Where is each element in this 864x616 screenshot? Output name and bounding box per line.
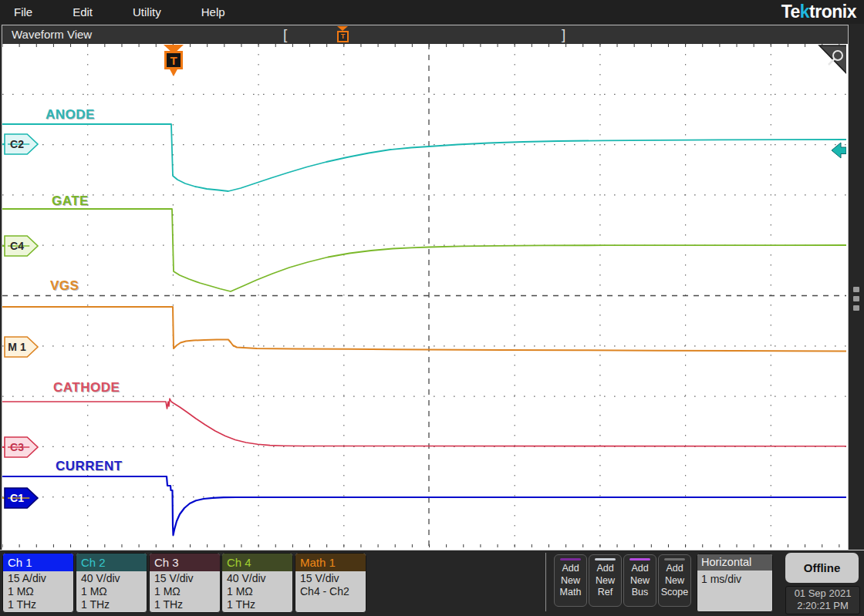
add-button-label: Add [589, 563, 621, 575]
settings-bar: Ch 115 A/div1 MΩ1 THzCh 240 V/div1 MΩ1 T… [0, 550, 864, 616]
menu-item-file[interactable]: File [0, 0, 52, 24]
channel-setting-value: 15 V/div [150, 572, 220, 585]
horizontal-settings-card[interactable]: Horizontal 1 ms/div [697, 554, 773, 612]
settings-bar-separator [545, 553, 546, 611]
panel-drag-handle-dot[interactable] [853, 287, 859, 292]
waveform-canvas: TC2C4M 1C3C1 [2, 44, 846, 548]
channel-card-title: Ch 3 [150, 554, 220, 571]
channel-card-title: Math 1 [295, 554, 366, 571]
channel-badge-c1[interactable]: C1 [2, 488, 38, 508]
trigger-position-letter: T [337, 31, 349, 42]
channel-setting-value: Ch4 - Ch2 [295, 585, 366, 598]
channel-setting-value: 1 THz [150, 598, 220, 611]
add-button-label: Ref [589, 587, 621, 599]
channel-setting-value: 1 MΩ [76, 585, 147, 598]
datetime-display[interactable]: 01 Sep 2021 2:20:21 PM [785, 586, 860, 614]
channel-card-title: Ch 4 [222, 554, 292, 571]
channel-setting-value: 1 MΩ [3, 585, 73, 598]
channel-badge-m1[interactable]: M 1 [5, 337, 38, 357]
add-button-label: Add [624, 563, 656, 575]
add-button-label: Add [555, 563, 586, 575]
channel-setting-value: 40 V/div [222, 572, 292, 585]
channel-setting-value: 15 A/div [3, 572, 73, 585]
channel-setting-value: 1 MΩ [150, 585, 220, 598]
trace-cathode [2, 399, 846, 446]
add-new-ref-stripe [595, 558, 616, 560]
add-new-ref-button[interactable]: AddNewRef [589, 554, 622, 607]
channel-card-ch2[interactable]: Ch 240 V/div1 MΩ1 THz [76, 553, 147, 613]
add-button-label: Add [659, 563, 690, 575]
trigger-position-icon[interactable]: T [336, 26, 349, 43]
zoom-bracket-right: ] [562, 26, 565, 43]
trace-position-arrow[interactable] [832, 143, 846, 158]
channel-setting-value: 1 THz [3, 598, 73, 611]
tektronix-logo: Tektronix [781, 2, 856, 22]
menu-item-help[interactable]: Help [181, 0, 245, 24]
add-button-label: Math [555, 587, 586, 599]
trace-label-cathode: CATHODE [53, 380, 120, 396]
add-new-scope-stripe [664, 558, 685, 560]
add-button-label: New [659, 575, 690, 587]
offline-button[interactable]: Offline [785, 553, 859, 583]
trace-vgs [2, 307, 846, 352]
channel-card-title: Ch 1 [3, 554, 73, 571]
waveform-plot-area[interactable]: TC2C4M 1C3C1 ANODEGATEVGSCATHODECURRENT [2, 44, 846, 548]
channel-badge-c4[interactable]: C4 [2, 236, 38, 256]
menu-bar: FileEditUtilityHelp Tektronix [0, 0, 864, 24]
zoom-bracket-left: [ [283, 26, 287, 43]
add-new-math-stripe [560, 558, 581, 560]
trace-label-gate: GATE [52, 194, 89, 209]
channel-setting-value: 40 V/div [76, 572, 147, 585]
add-new-math-button[interactable]: AddNewMath [554, 554, 587, 607]
horizontal-card-title: Horizontal [697, 554, 772, 571]
menu-item-edit[interactable]: Edit [52, 0, 113, 24]
channel-badge-c2[interactable]: C2 [2, 134, 38, 154]
waveform-view-frame: Waveform View [ ] T TC2C4M 1C3C1 ANODEGA… [2, 25, 849, 550]
channel-card-title: Ch 2 [76, 554, 147, 571]
svg-text:T: T [170, 54, 177, 67]
channel-card-math1[interactable]: Math 115 V/divCh4 - Ch2 [295, 553, 366, 613]
channel-badge-c3[interactable]: C3 [2, 437, 38, 457]
zoom-magnifier-button[interactable] [819, 45, 846, 75]
time-text: 2:20:21 PM [786, 600, 859, 612]
trace-current [2, 476, 846, 535]
channel-setting-value: 1 THz [76, 598, 147, 611]
date-text: 01 Sep 2021 [786, 587, 859, 600]
waveform-view-title: Waveform View [2, 25, 848, 44]
svg-text:C2: C2 [10, 138, 24, 150]
trace-anode [2, 124, 846, 191]
horizontal-scale-value: 1 ms/div [697, 571, 772, 587]
svg-text:M 1: M 1 [8, 341, 26, 353]
channel-card-ch4[interactable]: Ch 440 V/div1 MΩ1 THz [221, 553, 293, 613]
trigger-marker[interactable]: T [164, 45, 184, 76]
trace-label-current: CURRENT [56, 459, 123, 474]
right-panel-strip [849, 25, 864, 550]
channel-card-ch1[interactable]: Ch 115 A/div1 MΩ1 THz [2, 553, 74, 613]
add-button-label: New [555, 575, 586, 587]
trace-label-vgs: VGS [50, 278, 79, 294]
add-button-label: New [589, 575, 621, 587]
svg-text:C1: C1 [10, 492, 24, 504]
channel-setting-value: 1 MΩ [222, 585, 292, 598]
channel-card-ch3[interactable]: Ch 315 V/div1 MΩ1 THz [149, 553, 221, 613]
add-button-label: New [624, 575, 656, 587]
channel-setting-value: 1 THz [222, 598, 292, 611]
waveform-view-tab[interactable]: Waveform View [ ] T [2, 25, 848, 44]
add-new-bus-stripe [629, 558, 650, 560]
trace-label-anode: ANODE [46, 107, 95, 123]
panel-drag-handle-dot[interactable] [853, 296, 859, 301]
trace-gate [2, 209, 846, 291]
add-new-scope-button[interactable]: AddNewScope [658, 554, 691, 607]
add-button-label: Bus [624, 587, 656, 599]
menu-item-utility[interactable]: Utility [113, 0, 181, 24]
svg-text:C3: C3 [10, 441, 24, 453]
channel-setting-value: 15 V/div [295, 572, 366, 585]
add-button-label: Scope [659, 587, 690, 599]
panel-drag-handle-dot[interactable] [853, 305, 859, 311]
add-new-bus-button[interactable]: AddNewBus [623, 554, 656, 607]
svg-text:C4: C4 [10, 240, 24, 252]
